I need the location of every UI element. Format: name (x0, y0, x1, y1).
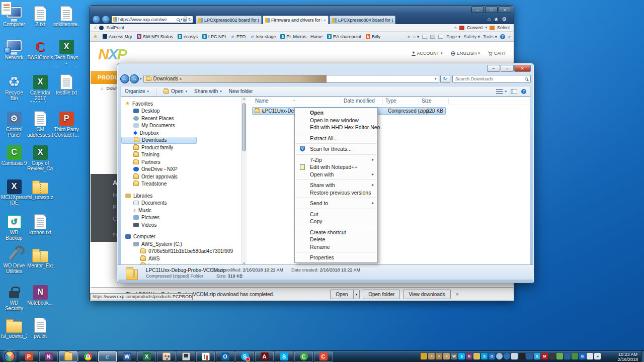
start-button[interactable] (0, 351, 19, 362)
taskbar-chrome-button[interactable] (78, 351, 97, 362)
desktop-icon-recycle-bin[interactable]: ♻Recycle Bin (1, 72, 27, 101)
download-bar-close-icon[interactable]: × (456, 291, 459, 297)
tree-item-aws[interactable]: AWS (121, 255, 241, 262)
tree-item-onedrive-nxp[interactable]: OneDrive - NXP (121, 166, 241, 173)
show-desktop-button[interactable] (641, 351, 644, 362)
tray-mail-icon[interactable] (473, 353, 480, 359)
context-menu-7-zip[interactable]: 7-Zip▸ (295, 156, 377, 164)
tab-close-icon[interactable]: × (324, 18, 326, 23)
tree-item-order-approvals[interactable]: Order approvals (121, 173, 241, 180)
taskbar-skype-button[interactable]: S (235, 351, 254, 362)
refresh-icon[interactable]: ↻ (188, 17, 192, 22)
tray-bluetooth-icon[interactable]: B (579, 353, 586, 359)
context-menu-open-with[interactable]: Open with▸ (295, 171, 377, 178)
address-breadcrumb-bar[interactable]: Downloads ▸ ▾ (143, 75, 439, 83)
taskbar-chart-tool-button[interactable] (196, 351, 215, 362)
chevron-right-icon[interactable]: » (408, 34, 410, 39)
tree-item-training[interactable]: Training (121, 151, 241, 159)
breadcrumb-arrow-icon[interactable]: ▸ (180, 77, 182, 81)
open-folder-button[interactable]: Open folder (363, 290, 400, 299)
taskbar-excel-button[interactable]: X (137, 351, 156, 362)
desktop-icon-testfile-txt[interactable]: testfile.txt (53, 72, 79, 96)
desktop-icon-2-txt[interactable]: 2.txt (27, 4, 53, 28)
url-text[interactable]: https://www.nxp.com/we (118, 17, 176, 22)
browser-tab-3[interactable]: LPCXpresso804 board for LPC8... (330, 16, 395, 24)
tree-item-treadstone[interactable]: Treadstone (121, 180, 241, 188)
feed-icon[interactable] (422, 35, 427, 39)
desktop-icon-network[interactable]: Network (1, 37, 27, 61)
favorite-access-mgr[interactable]: Access Mgr (103, 34, 132, 39)
desktop-icon-wd-backup[interactable]: ↺WD Backup (1, 212, 27, 241)
context-menu-restore-previous-versions[interactable]: Restore previous versions (295, 189, 377, 197)
search-box[interactable] (452, 75, 531, 83)
favorites-star-icon[interactable]: ★ (494, 16, 502, 22)
favorite-bitly[interactable]: bBitly (366, 34, 380, 39)
tree-item-dropbox[interactable]: ◆Dropbox (121, 129, 241, 137)
taskbar-camtasia-button[interactable]: C (294, 351, 313, 362)
print-icon[interactable] (438, 35, 443, 39)
tray-signal-icon[interactable] (511, 353, 518, 359)
context-menu-open-in-new-window[interactable]: Open in new window (295, 117, 377, 124)
maximize-button[interactable]: □ (485, 7, 498, 13)
desktop-icon-tech-days-minneapoli[interactable]: XTech Days - Minneapoli... (53, 37, 79, 66)
tree-item-documents[interactable]: Documents (121, 200, 241, 207)
tray-blue-icon[interactable] (526, 353, 533, 359)
taskbar-acrobat-button[interactable]: A (255, 351, 274, 362)
context-menu-open[interactable]: Open (295, 109, 377, 117)
tree-section-computer[interactable]: Computer (121, 233, 241, 241)
tray-burger2-icon[interactable]: ≡ (436, 353, 442, 359)
search-icon[interactable] (525, 77, 528, 80)
context-menu-rename[interactable]: Rename (295, 243, 377, 251)
desktop-icon-pw-txt[interactable]: pw.txt (27, 316, 53, 339)
desktop-icon-cm-addresses-txt[interactable]: CM addresses.txt (27, 109, 53, 138)
tray-mcafee-icon[interactable]: M (541, 353, 548, 359)
refresh-button[interactable]: ↻ (440, 75, 450, 83)
convert-close-icon[interactable]: × (454, 25, 457, 30)
taskbar-explorer-button[interactable] (59, 351, 77, 362)
share-with-menu[interactable]: Share with ▾ (194, 88, 222, 94)
address-dropdown-icon[interactable]: ▾ (435, 77, 437, 81)
minimize-button[interactable]: – (471, 7, 484, 13)
desktop-icon-mcuxpresso-ide-v10-1-0[interactable]: XMCUXpresso IDE v10.1.0... (1, 177, 27, 206)
context-menu-extract-all[interactable]: Extract All... (295, 135, 377, 142)
column-size[interactable]: Size (422, 98, 431, 104)
context-menu-share-with[interactable]: Share with▸ (295, 182, 377, 189)
desktop-icon-kronos-txt[interactable]: kronos.txt (27, 212, 53, 236)
browser-tab-1[interactable]: LPCXpresso802 board for LPC8... (196, 16, 262, 24)
desktop-icon-fsl-ucwxp-2[interactable]: fsl_ucwxp_2 (1, 316, 27, 339)
desktop-icon-wd-drive-utilities[interactable]: WD Drive Utilities (1, 245, 27, 274)
tray-os-icon[interactable]: O (489, 353, 495, 359)
tray-leaf-icon[interactable] (556, 353, 563, 359)
desktop-icon-third-party-contact-i[interactable]: PThird Party Contact I... (53, 109, 79, 138)
cart-link[interactable]: CART (488, 51, 506, 56)
taskbar-powerpoint-button[interactable]: P (20, 351, 38, 362)
tray-burger3-icon[interactable]: ≡ (443, 353, 450, 359)
address-location[interactable]: Downloads (153, 76, 178, 81)
safety-menu[interactable]: Safety ▾ (463, 34, 480, 39)
favorite-ecosys[interactable]: Secosys (178, 34, 198, 39)
favorite-pto[interactable]: ePTO (230, 34, 246, 39)
taskbar-skype-business-button[interactable]: S (275, 351, 293, 362)
tray-note-icon[interactable]: N (466, 353, 472, 359)
tray-globe-icon[interactable] (504, 353, 510, 359)
context-menu-cut[interactable]: Cut (295, 211, 377, 218)
convert-button[interactable]: Convert (467, 25, 483, 30)
tree-section-favorites[interactable]: ★Favorites (121, 100, 241, 108)
open-menu[interactable]: Open ▾ (164, 88, 187, 94)
url-dropdown-icon[interactable]: ▾ (181, 18, 183, 22)
help-icon[interactable]: ? (500, 34, 505, 39)
home-icon[interactable]: ⌂ (488, 16, 494, 22)
forward-button[interactable]: → (102, 15, 110, 24)
desktop-icon-mentor-exp[interactable]: Mentor_Exp... (27, 245, 53, 269)
taskbar-ie-button[interactable]: e (98, 351, 117, 362)
desktop-icon-notebook[interactable]: NNotebook.... (27, 283, 53, 306)
search-icon[interactable] (177, 18, 180, 21)
tree-scrollbar[interactable]: ▲ ▼ (241, 97, 247, 265)
forward-button[interactable]: → (130, 74, 139, 83)
settings-gear-icon[interactable]: ⚙ (502, 16, 510, 22)
home-dropdown-icon[interactable]: ⌂ ▾ (413, 34, 419, 39)
taskbar-onenote-button[interactable]: N (39, 351, 58, 362)
tray-sfb-icon[interactable]: S (534, 353, 540, 359)
account-link[interactable]: ACCOUNT ▾ (412, 51, 443, 56)
tray-skype-icon[interactable]: S (458, 353, 465, 359)
